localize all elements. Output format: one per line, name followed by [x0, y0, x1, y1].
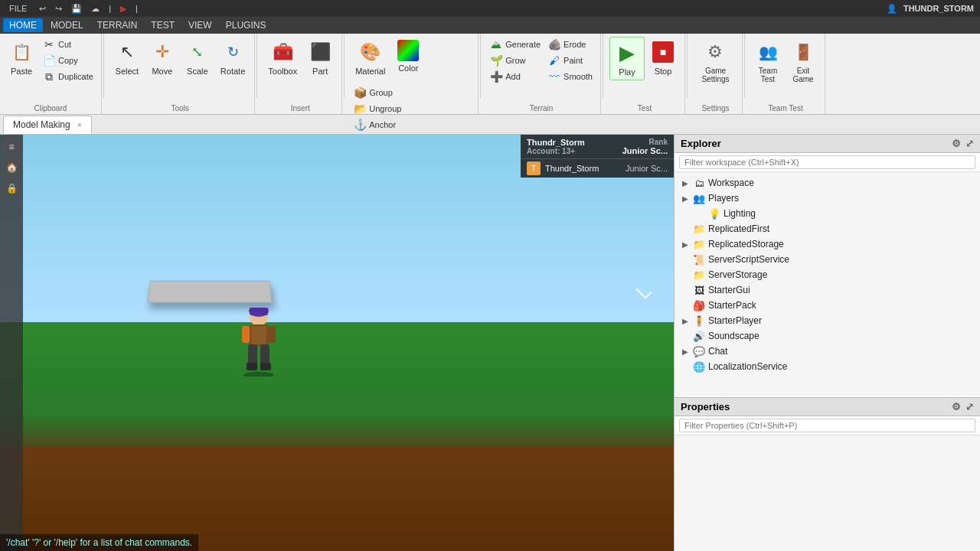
toolbox-button[interactable]: 🧰 Toolbox	[263, 37, 302, 79]
menu-item-home[interactable]: HOME	[3, 18, 43, 32]
ungroup-icon: 📂	[354, 103, 366, 115]
leaderboard-header: Thundr_Storm Account: 13+ Rank Junior Sc…	[521, 135, 674, 159]
lock-btn[interactable]: 🔒	[2, 179, 21, 197]
duplicate-button[interactable]: ⧉ Duplicate	[40, 69, 96, 84]
properties-search-input[interactable]	[679, 419, 975, 432]
home-btn[interactable]: 🏠	[2, 158, 21, 177]
tree-item-label: StarterPlayer	[708, 315, 762, 326]
color-button[interactable]: Color	[393, 37, 423, 79]
copy-button[interactable]: 📄 Copy	[40, 53, 96, 68]
undo-icon[interactable]: ↩	[39, 4, 46, 14]
save-icon[interactable]: 💾	[71, 4, 82, 14]
generate-button[interactable]: ⛰ Generate	[487, 37, 544, 52]
settings-icon: ⚙	[703, 40, 727, 64]
svg-rect-6	[268, 326, 276, 343]
svg-point-11	[243, 372, 274, 377]
explorer-search	[675, 153, 980, 172]
smooth-button[interactable]: 〰 Smooth	[545, 69, 596, 84]
stop-icon: ■	[651, 40, 675, 64]
color-icon	[397, 40, 419, 61]
tree-item-icon: 💬	[693, 345, 705, 357]
tree-item[interactable]: 🎒StarterPack	[675, 298, 980, 313]
tree-item[interactable]: ▶🧍StarterPlayer	[675, 313, 980, 328]
tree-expand-icon[interactable]: ▶	[681, 347, 690, 356]
tree-item-label: Lighting	[724, 208, 756, 219]
model-making-tab[interactable]: Model Making ×	[3, 116, 92, 134]
tree-item[interactable]: ▶💬Chat	[675, 344, 980, 359]
anchor-button[interactable]: ⚓ Anchor	[351, 117, 404, 132]
menu-item-test[interactable]: TEST	[145, 18, 181, 32]
cut-button[interactable]: ✂ Cut	[40, 37, 96, 52]
paint-terrain-icon: 🖌	[548, 54, 560, 67]
rotate-button[interactable]: ↻ Rotate	[216, 37, 250, 79]
play-button[interactable]: ▶ Play	[609, 37, 645, 80]
toolbox-icon: 🧰	[270, 40, 295, 64]
move-button[interactable]: ✛ Move	[145, 37, 179, 79]
sep4	[480, 34, 481, 98]
explorer-settings-icon[interactable]: ⚙	[952, 138, 961, 149]
select-button[interactable]: ↖ Select	[110, 37, 144, 79]
tree-item[interactable]: 📜ServerScriptService	[675, 252, 980, 267]
test-buttons: ▶ Play ■ Stop	[609, 37, 680, 80]
game-settings-button[interactable]: ⚙ Game Settings	[697, 37, 733, 86]
file-menu[interactable]: FILE	[6, 4, 30, 14]
menu-btn[interactable]: ≡	[2, 138, 21, 156]
tree-item[interactable]: 🌐LocalizationService	[675, 359, 980, 374]
run-icon[interactable]: ▶	[120, 4, 126, 14]
explorer-header: Explorer ⚙ ⤢	[675, 135, 980, 153]
redo-icon[interactable]: ↪	[55, 4, 62, 14]
tools-group: ↖ Select ✛ Move ⤡ Scale ↻ Rotate Tools	[106, 34, 255, 114]
menu-item-view[interactable]: VIEW	[182, 18, 218, 32]
title-bar-left: FILE ↩ ↪ 💾 ☁ | ▶ |	[6, 4, 138, 14]
insert-buttons: 🧰 Toolbox ⬛ Part	[263, 37, 337, 79]
tree-item-icon: 📁	[693, 223, 705, 235]
leaderboard-player-info: Thundr_Storm Account: 13+	[527, 138, 585, 155]
tree-item[interactable]: 🔊Soundscape	[675, 328, 980, 344]
ungroup-button[interactable]: 📂 Ungroup	[351, 101, 404, 116]
properties-title: Properties	[681, 401, 730, 412]
paste-icon: 📋	[9, 40, 34, 64]
svg-rect-9	[247, 363, 257, 370]
platform-object	[147, 281, 272, 303]
tree-item-label: StarterPack	[708, 300, 756, 311]
properties-expand-icon[interactable]: ⤢	[965, 401, 974, 412]
tree-item[interactable]: ▶📁ReplicatedStorage	[675, 236, 980, 252]
grow-button[interactable]: 🌱 Grow	[487, 53, 544, 68]
properties-settings-icon[interactable]: ⚙	[952, 401, 961, 412]
tab-close-button[interactable]: ×	[77, 121, 82, 129]
tree-item[interactable]: 💡Lighting	[675, 206, 980, 221]
tree-expand-icon[interactable]: ▶	[681, 179, 690, 187]
tree-item[interactable]: 🖼StarterGui	[675, 282, 980, 298]
group-button[interactable]: 📦 Group	[351, 85, 404, 100]
erode-button[interactable]: 🪨 Erode	[545, 37, 596, 52]
tree-expand-icon[interactable]: ▶	[681, 240, 690, 249]
exit-game-button[interactable]: 🚪 Exit Game	[786, 37, 820, 86]
stop-button[interactable]: ■ Stop	[646, 37, 680, 79]
add-button[interactable]: ➕ Add	[487, 69, 544, 84]
play-icon: ▶	[615, 41, 639, 65]
tree-expand-icon[interactable]: ▶	[681, 317, 690, 325]
paste-button[interactable]: 📋 Paste	[5, 37, 38, 84]
viewport[interactable]: ≡ 🏠 🔒 Thundr_Storm Account: 13+ Rank Jun…	[0, 135, 674, 551]
material-button[interactable]: 🎨 Material	[351, 37, 390, 79]
part-button[interactable]: ⬛ Part	[303, 37, 337, 79]
separator2: |	[136, 4, 138, 14]
scale-button[interactable]: ⤡ Scale	[181, 37, 214, 79]
explorer-search-input[interactable]	[679, 155, 975, 169]
team-test-button[interactable]: 👥 Team Test	[751, 37, 785, 86]
tree-item[interactable]: 📁ServerStorage	[675, 267, 980, 282]
tree-item-label: Soundscape	[708, 331, 760, 341]
add-icon: ➕	[490, 70, 502, 83]
publish-icon[interactable]: ☁	[91, 4, 100, 14]
menu-item-terrain[interactable]: TERRAIN	[91, 18, 144, 32]
tree-item[interactable]: ▶🗂Workspace	[675, 175, 980, 191]
test-group: ▶ Play ■ Stop Test	[605, 34, 685, 114]
tree-expand-icon[interactable]: ▶	[681, 194, 690, 203]
explorer-expand-icon[interactable]: ⤢	[965, 138, 974, 149]
tree-item[interactable]: 📁ReplicatedFirst	[675, 221, 980, 236]
menu-item-plugins[interactable]: PLUGINS	[220, 18, 273, 32]
menu-item-model[interactable]: MODEL	[44, 18, 90, 32]
paint-terrain-button[interactable]: 🖌 Paint	[545, 53, 596, 68]
explorer-tree: ▶🗂Workspace▶👥Players💡Lighting📁Replicated…	[675, 172, 980, 397]
tree-item[interactable]: ▶👥Players	[675, 191, 980, 206]
